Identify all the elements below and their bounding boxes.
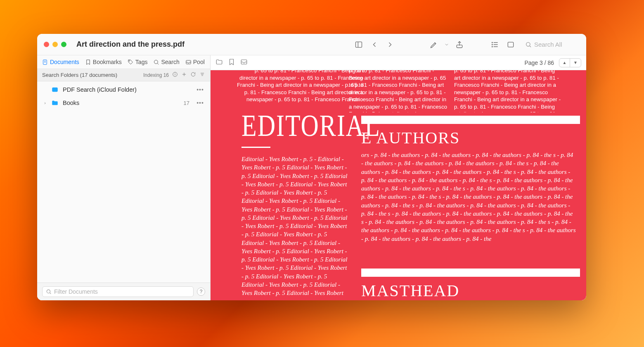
toolbar-group-nav [353,38,396,51]
page-prev-button[interactable]: ▲ [559,59,570,67]
filter-box[interactable] [42,286,194,297]
traffic-lights [44,42,66,47]
refresh-button[interactable] [190,71,196,78]
tab-documents[interactable]: Documents [42,59,79,65]
toggle-sidebar-button[interactable] [353,38,365,51]
doc-body-editorial: Editorial - Yves Robert - p. 5 - Editori… [242,155,349,300]
annotate-button[interactable] [428,38,440,51]
svg-point-15 [129,60,130,61]
tab-search[interactable]: Search [153,59,179,65]
svg-rect-0 [356,42,362,47]
doc-text-strip: p. 65 to p. 81 - Francesco Franchi - Bei… [349,70,448,112]
svg-point-8 [492,46,493,47]
folder-icon [51,99,59,107]
info-button[interactable] [172,71,178,78]
sidebar-item-pdf-search[interactable]: PDF Search (iCloud Folder) ••• [37,83,210,96]
help-button[interactable]: ? [197,288,205,296]
close-icon[interactable] [44,42,49,47]
disclosure-chevron[interactable]: › [43,100,47,105]
tab-pool[interactable]: Pool [185,59,205,65]
page-nav: ▲ ▼ [559,58,581,67]
zoom-icon[interactable] [61,42,66,47]
doc-divider [361,116,580,124]
doc-heading-underline [242,147,270,148]
search-input[interactable] [534,41,580,48]
app-folder-icon [51,86,59,93]
doc-body-authors: ors - p. 84 - the authors - p. 84 - the … [361,151,576,260]
indexing-status: Indexing 16 [143,72,169,78]
sidebar-header-label: Search Folders (17 documents) [42,72,143,78]
svg-rect-27 [52,88,58,92]
svg-point-16 [154,60,158,64]
tab-tags[interactable]: Tags [128,59,148,65]
pool-add-button[interactable] [240,58,248,67]
sidebar-item-label: PDF Search (iCloud Folder) [63,86,192,93]
minimize-icon[interactable] [52,42,58,47]
search-icon [525,41,532,48]
item-more-button[interactable]: ••• [196,86,204,93]
tab-bookmarks[interactable]: Bookmarks [85,59,122,65]
toolbar-search[interactable] [525,41,580,48]
sidebar-item-label: Books [63,100,180,106]
open-folder-button[interactable] [215,58,223,67]
tab-tags-label: Tags [135,59,148,65]
svg-rect-9 [508,42,513,47]
toolbar-group-view [489,38,517,51]
sidebar-header: Search Folders (17 documents) Indexing 1… [37,69,210,81]
svg-point-21 [175,73,175,74]
filter-input[interactable] [54,288,190,295]
sidebar: Documents Bookmarks Tags Search Pool [37,55,211,300]
svg-point-7 [492,44,493,45]
svg-line-11 [530,46,531,47]
doc-heading-editorial: EDITORIAL [242,108,381,143]
svg-point-28 [47,290,50,293]
annotate-menu-chevron[interactable] [443,38,450,51]
sort-button[interactable] [199,71,205,78]
app-window: Art direction and the press.pdf [37,34,586,300]
tab-documents-label: Documents [50,59,79,65]
doc-divider [361,269,580,277]
document-toolbar: Page 3 / 86 ▲ ▼ [211,55,586,70]
bookmark-page-button[interactable] [228,58,235,67]
titlebar: Art direction and the press.pdf [37,34,586,55]
page-next-button[interactable]: ▼ [570,59,581,67]
forward-button[interactable] [384,38,396,51]
svg-line-29 [50,293,51,294]
svg-line-17 [158,63,159,64]
toolbar-group-edit [428,38,466,51]
page-view-button[interactable] [504,38,517,51]
inbox-icon [185,59,192,65]
doc-text-strip: p. 65 to p. 81 - Francesco Franchi - Bei… [454,70,561,112]
document-area: Page 3 / 86 ▲ ▼ p. 65 to p. 81 - Frances… [211,55,586,300]
bookmark-icon [85,59,91,65]
list-view-button[interactable] [489,38,501,51]
doc-text-strip: p. 65 to p. 81 - Francesco Franchi - Bei… [235,70,363,104]
add-folder-button[interactable] [181,71,187,78]
page-indicator: Page 3 / 86 [524,59,554,66]
sidebar-footer: ? [37,283,210,300]
item-more-button[interactable]: ••• [196,100,204,106]
sidebar-list: PDF Search (iCloud Folder) ••• › Books 1… [37,81,210,283]
share-button[interactable] [453,38,466,51]
search-icon [46,289,52,295]
window-title: Art direction and the press.pdf [76,40,185,49]
document-canvas[interactable]: p. 65 to p. 81 - Francesco Franchi - Bei… [211,70,586,300]
tab-bookmarks-label: Bookmarks [93,59,122,65]
doc-heading-authors: E AUTHORS [361,128,460,147]
tab-search-label: Search [161,59,179,65]
tab-pool-label: Pool [193,59,205,65]
item-count: 17 [184,100,189,106]
svg-point-10 [526,42,530,46]
doc-heading-masthead: MASTHEAD [361,281,459,300]
svg-point-6 [492,42,493,43]
search-icon [153,59,159,65]
back-button[interactable] [368,38,381,51]
sidebar-item-books[interactable]: › Books 17 ••• [37,96,210,109]
documents-icon [42,59,48,65]
tag-icon [128,59,134,65]
sidebar-tabs: Documents Bookmarks Tags Search Pool [37,55,210,69]
